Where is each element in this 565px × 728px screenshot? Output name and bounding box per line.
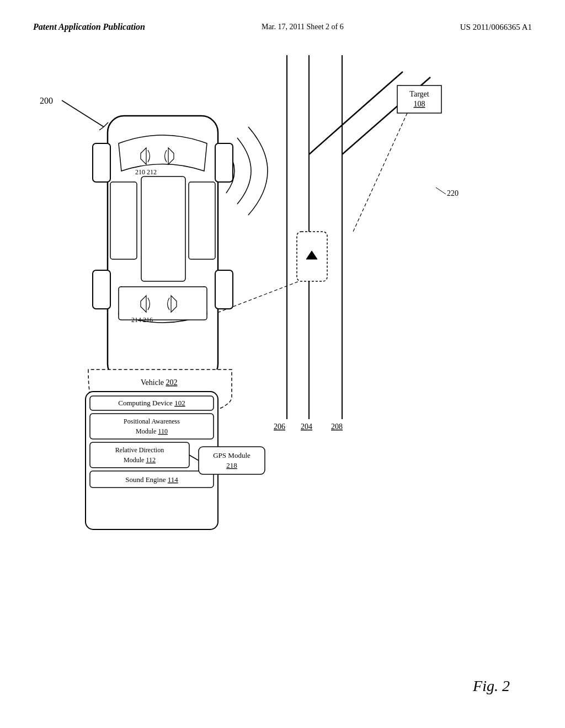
figure-label: Fig. 2 xyxy=(473,677,510,695)
label-200: 200 xyxy=(40,96,53,105)
svg-text:Vehicle 202: Vehicle 202 xyxy=(141,378,177,387)
svg-text:214  216: 214 216 xyxy=(131,316,153,324)
svg-text:Module 110: Module 110 xyxy=(136,427,168,435)
svg-text:Computing Device 102: Computing Device 102 xyxy=(118,399,185,407)
svg-text:Sound Engine 114: Sound Engine 114 xyxy=(125,475,178,484)
svg-text:108: 108 xyxy=(414,100,425,108)
svg-text:210  212: 210 212 xyxy=(135,168,157,176)
svg-text:204: 204 xyxy=(301,422,312,431)
svg-text:Positional Awareness: Positional Awareness xyxy=(124,417,180,425)
svg-line-7 xyxy=(436,188,446,194)
svg-text:208: 208 xyxy=(331,422,343,431)
svg-text:206: 206 xyxy=(274,422,285,431)
svg-text:Relative Direction: Relative Direction xyxy=(115,446,164,454)
svg-line-0 xyxy=(62,100,104,127)
svg-text:Target: Target xyxy=(409,90,429,98)
svg-rect-20 xyxy=(189,182,215,259)
svg-text:218: 218 xyxy=(226,461,237,469)
svg-rect-26 xyxy=(215,270,233,309)
svg-line-14 xyxy=(353,113,407,232)
svg-rect-22 xyxy=(119,287,207,320)
patent-diagram: 200 220 206 204 208 Target 108 xyxy=(0,0,565,662)
svg-rect-25 xyxy=(93,270,110,309)
svg-rect-24 xyxy=(215,143,233,182)
svg-rect-21 xyxy=(141,176,185,281)
svg-text:220: 220 xyxy=(447,189,459,197)
svg-line-2 xyxy=(99,127,104,130)
svg-rect-23 xyxy=(93,143,110,182)
svg-line-1 xyxy=(104,122,108,127)
svg-text:GPS Module: GPS Module xyxy=(213,451,250,459)
svg-text:Module 112: Module 112 xyxy=(124,456,156,464)
svg-rect-19 xyxy=(110,182,137,259)
